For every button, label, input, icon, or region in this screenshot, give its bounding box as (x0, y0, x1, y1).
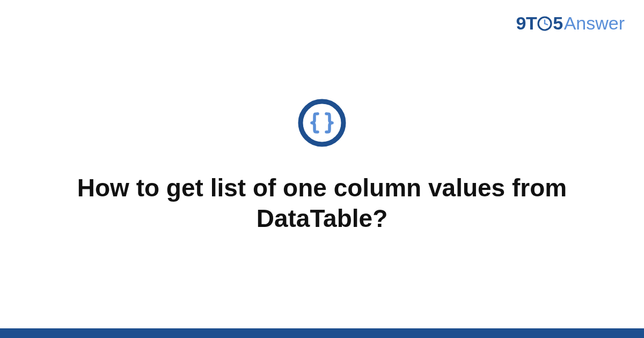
brand-logo[interactable]: 9T 5 Answer (516, 13, 625, 34)
main-content: How to get list of one column values fro… (0, 0, 644, 338)
brand-part-answer: Answer (564, 13, 625, 34)
svg-point-3 (301, 101, 343, 144)
brand-part-5: 5 (553, 13, 562, 34)
code-braces-icon (298, 99, 346, 147)
page-container: 9T 5 Answer How to get list of one colum… (0, 0, 644, 338)
footer-accent-bar (0, 328, 644, 338)
svg-line-2 (545, 24, 547, 25)
brand-part-9t: 9T (516, 13, 537, 34)
brand-clock-icon (537, 16, 552, 31)
question-title: How to get list of one column values fro… (75, 173, 569, 234)
